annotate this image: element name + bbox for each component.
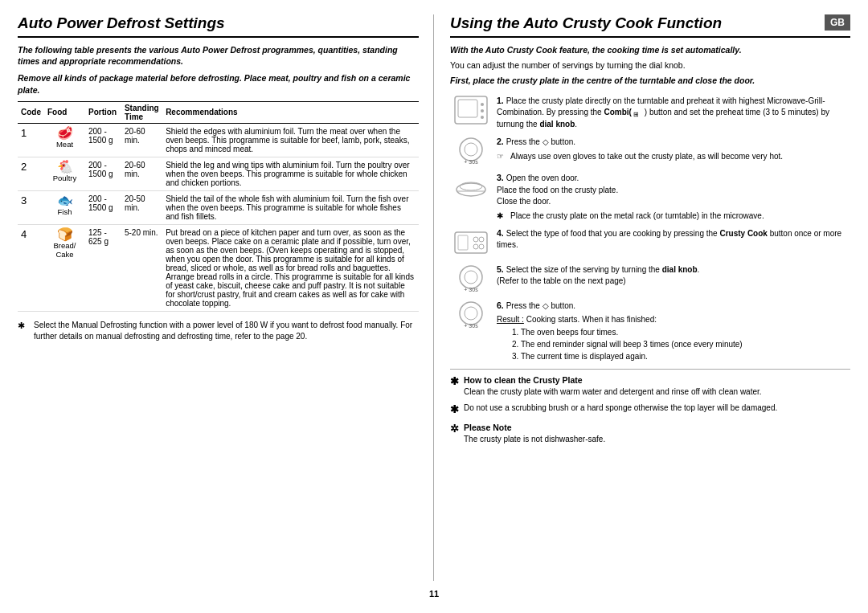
svg-text:+ 30s: + 30s: [464, 287, 478, 292]
svg-point-6: [460, 138, 482, 161]
step-number-1: 1.: [497, 96, 506, 105]
step-number-3: 3.: [497, 173, 506, 182]
food-label: Poultry: [53, 174, 77, 182]
svg-point-14: [473, 237, 478, 242]
recommendation-cell: Put bread on a piece of kitchen paper an…: [162, 224, 419, 311]
svg-text:+ 30s: + 30s: [464, 159, 478, 165]
standing-cell: 20-50 min.: [121, 190, 162, 224]
right-section-title: Using the Auto Crusty Cook Function: [450, 14, 850, 38]
col-header-food: Food: [44, 101, 85, 123]
result-list: The oven beeps four times.The end remind…: [521, 326, 850, 362]
right-column: GB Using the Auto Crusty Cook Function W…: [434, 14, 850, 581]
col-header-portion: Portion: [85, 101, 121, 123]
step-icon-5: + 30s: [450, 264, 492, 294]
food-icon: 🥩: [57, 127, 73, 140]
result-item: The current time is displayed again.: [521, 350, 850, 362]
result-item: The end reminder signal will beep 3 time…: [521, 338, 850, 350]
svg-point-22: [465, 307, 477, 320]
svg-rect-1: [458, 100, 477, 117]
food-label: Fish: [58, 207, 72, 216]
code-cell: 1: [18, 123, 44, 157]
svg-point-15: [479, 237, 484, 242]
step-text-6: 6. Press the ◇ button.Result : Cooking s…: [497, 300, 850, 362]
step-icon-3: [450, 172, 492, 222]
microwave-icon: [453, 95, 489, 125]
defrost-table-wrapper: Code Food Portion StandingTime Recommend…: [18, 101, 419, 312]
step-number-2: 2.: [497, 137, 506, 146]
step-number-5: 5.: [497, 264, 506, 274]
result-item: The oven beeps four times.: [521, 326, 850, 338]
col-header-code: Code: [18, 101, 44, 123]
step-icon-1: [450, 95, 492, 131]
food-cell: 🐔Poultry: [44, 157, 85, 190]
page: Auto Power Defrost Settings The followin…: [0, 0, 868, 613]
step-subnote: ☞Always use oven gloves to take out the …: [497, 151, 850, 162]
dial3-icon: + 30s: [453, 300, 489, 330]
table-row: 4🍞Bread/ Cake125 - 625 g5-20 min.Put bre…: [18, 224, 419, 311]
bottom-note-icon: ✱: [450, 374, 459, 398]
bottom-note-title: How to clean the Crusty Plate: [464, 375, 583, 385]
left-note-icon: ✱: [18, 320, 29, 342]
subnote-icon: ✱: [497, 210, 506, 222]
food-icon: 🐟: [57, 194, 73, 207]
step-item: + 30s2. Press the ◇ button.☞Always use o…: [450, 136, 850, 166]
code-cell: 2: [18, 157, 44, 190]
step-item: + 30s5. Select the size of the serving b…: [450, 264, 850, 294]
step-item: 3. Open the oven door.Place the food on …: [450, 172, 850, 222]
defrost-table: Code Food Portion StandingTime Recommend…: [18, 101, 419, 312]
col-header-standing: StandingTime: [121, 101, 162, 123]
col-header-rec: Recommendations: [162, 101, 419, 123]
step-result: Result : Cooking starts. When it has fin…: [497, 314, 850, 362]
left-bottom-note: ✱ Select the Manual Defrosting function …: [18, 320, 419, 342]
bottom-note-text: Do not use a scrubbing brush or a hard s…: [464, 403, 777, 417]
step-icon-2: + 30s: [450, 136, 492, 166]
food-label: Bread/ Cake: [47, 241, 82, 259]
bottom-note-content: Do not use a scrubbing brush or a hard s…: [464, 403, 777, 412]
svg-text:⊞: ⊞: [633, 111, 639, 117]
food-icon: 🐔: [57, 161, 73, 174]
left-intro1: The following table presents the various…: [18, 44, 419, 67]
bottom-note-content: Clean the crusty plate with warm water a…: [464, 387, 762, 396]
steps-list: 1. Place the crusty plate directly on th…: [450, 95, 850, 362]
svg-point-3: [481, 109, 484, 112]
step-subnote: ✱Place the crusty plate on the metal rac…: [497, 210, 850, 222]
svg-point-21: [460, 302, 482, 325]
subnote-icon: ☞: [497, 151, 506, 162]
step-text-3: 3. Open the oven door.Place the food on …: [497, 172, 850, 222]
svg-text:+ 30s: + 30s: [464, 323, 478, 329]
table-row: 1🥩Meat200 - 1500 g20-60 min.Shield the e…: [18, 123, 419, 157]
svg-point-7: [465, 143, 477, 156]
svg-rect-13: [458, 235, 468, 250]
step-text-4: 4. Select the type of food that you are …: [497, 227, 850, 258]
code-cell: 3: [18, 190, 44, 224]
step-text-1: 1. Place the crusty plate directly on th…: [497, 95, 850, 131]
portion-cell: 200 - 1500 g: [85, 123, 121, 157]
food-label: Meat: [56, 140, 73, 149]
step-item: 1. Place the crusty plate directly on th…: [450, 95, 850, 131]
svg-point-2: [481, 103, 484, 106]
standing-cell: 20-60 min.: [121, 123, 162, 157]
table-row: 2🐔Poultry200 - 1500 g20-60 min.Shield th…: [18, 157, 419, 190]
standing-cell: 5-20 min.: [121, 224, 162, 311]
bottom-note-text: Please NoteThe crusty plate is not dishw…: [464, 422, 605, 445]
dial-icon: + 30s: [453, 136, 489, 166]
two-column-layout: Auto Power Defrost Settings The followin…: [18, 14, 850, 581]
bottom-notes: ✱How to clean the Crusty PlateClean the …: [450, 369, 850, 445]
step-icon-6: + 30s: [450, 300, 492, 362]
food-icon: 🍞: [57, 228, 73, 241]
left-note-text: Select the Manual Defrosting function wi…: [34, 320, 419, 342]
step-number-4: 4.: [497, 228, 506, 238]
portion-cell: 200 - 1500 g: [85, 190, 121, 224]
step-text-5: 5. Select the size of the serving by tur…: [497, 264, 850, 294]
page-number: 11: [18, 589, 850, 599]
food-cell: 🥩Meat: [44, 123, 85, 157]
left-intro2: Remove all kinds of package material bef…: [18, 72, 419, 96]
step-number-6: 6.: [497, 300, 506, 310]
svg-point-18: [460, 266, 482, 288]
left-column: Auto Power Defrost Settings The followin…: [18, 14, 434, 581]
dial2-icon: + 30s: [453, 264, 489, 294]
food-cell: 🍞Bread/ Cake: [44, 224, 85, 311]
result-label: Result :: [497, 315, 524, 324]
control-panel-icon: [453, 227, 489, 258]
right-intro2: You can adjust the number of servings by…: [450, 59, 850, 72]
